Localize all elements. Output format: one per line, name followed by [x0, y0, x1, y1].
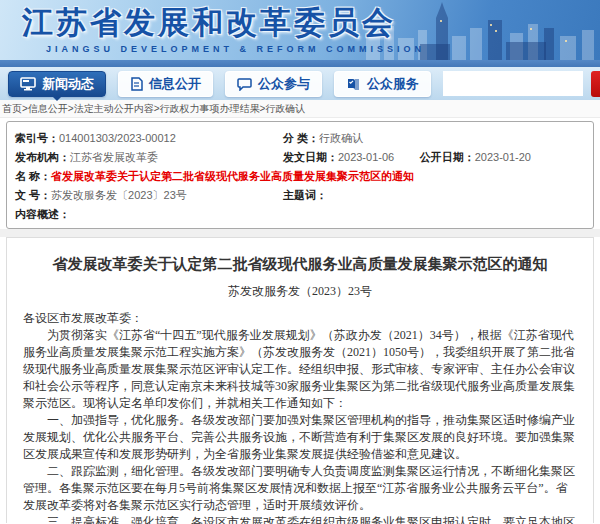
- category-value: 行政确认: [319, 129, 363, 148]
- index-number-value: 014001303/2023-00012: [59, 129, 176, 148]
- article-title: 省发展改革委关于认定第二批省级现代服务业高质量发展集聚示范区的通知: [23, 255, 577, 274]
- document-name-label: 名 称：: [15, 167, 51, 186]
- nav-item-public-participation[interactable]: 公众参与: [225, 71, 322, 97]
- search-area: 检索: [443, 71, 600, 97]
- nav-item-label: 新闻动态: [42, 75, 94, 93]
- document-number-label: 文 号：: [15, 186, 51, 205]
- metadata-row: 文 号：苏发改服务发〔2023〕23号 主题词：: [15, 186, 585, 205]
- search-button[interactable]: 检索: [591, 71, 600, 97]
- nav-item-label: 信息公开: [149, 75, 201, 93]
- public-date-label: 公开日期：: [420, 148, 475, 167]
- book-icon: [346, 77, 361, 91]
- site-banner: 江苏省发展和改革委员会 JIANGSU DEVELOPMENT & REFORM…: [0, 0, 600, 60]
- article-salutation: 各设区市发展改革委：: [23, 310, 577, 327]
- nav-item-info-disclosure[interactable]: 信息公开: [118, 71, 213, 97]
- document-name-value: 省发展改革委关于认定第二批省级现代服务业高质量发展集聚示范区的通知: [51, 167, 414, 186]
- article-content: 省发展改革委关于认定第二批省级现代服务业高质量发展集聚示范区的通知 苏发改服务发…: [6, 237, 594, 523]
- monitor-news-icon: [20, 77, 36, 91]
- issuing-agency-value: 江苏省发展改革委: [70, 148, 158, 167]
- article-paragraph: 三、提高标准，强化培育。各设区市发展改革委在组织市级服务业集聚区申报认定时，要立…: [23, 514, 577, 524]
- category-label: 分 类：: [283, 129, 319, 148]
- article-paragraph: 为贯彻落实《江苏省“十四五”现代服务业发展规划》（苏政办发（2021）34号），…: [23, 327, 577, 412]
- chat-bubble-icon: [237, 77, 252, 91]
- issue-date-label: 发文日期：: [283, 148, 338, 167]
- document-number-value: 苏发改服务发〔2023〕23号: [51, 186, 187, 205]
- content-summary-label: 内容概述：: [15, 205, 70, 224]
- document-icon: [130, 77, 143, 91]
- nav-item-label: 公众服务: [367, 75, 419, 93]
- site-title-english: JIANGSU DEVELOPMENT & REFORM COMMISSION: [46, 44, 425, 54]
- article-doc-number: 苏发改服务发（2023）23号: [23, 283, 577, 300]
- search-input[interactable]: [443, 71, 583, 96]
- nav-item-news[interactable]: 新闻动态: [8, 71, 106, 97]
- metadata-row: 内容概述：: [15, 205, 585, 224]
- nav-item-public-services[interactable]: 公众服务: [334, 71, 431, 97]
- issuing-agency-label: 发布机构：: [15, 148, 70, 167]
- article-paragraph: 二、跟踪监测，细化管理。各级发改部门要明确专人负责调度监测集聚区运行情况，不断细…: [23, 463, 577, 514]
- site-title: 江苏省发展和改革委员会: [22, 2, 396, 44]
- public-date-value: 2023-01-20: [475, 148, 531, 167]
- index-number-label: 索引号：: [15, 129, 59, 148]
- nav-item-label: 公众参与: [258, 75, 310, 93]
- metadata-row: 发布机构：江苏省发展改革委 发文日期：2023-01-06 公开日期：2023-…: [15, 148, 585, 167]
- breadcrumb[interactable]: 首页>信息公开>法定主动公开内容>行政权力事项办理结果>行政确认: [0, 100, 600, 118]
- metadata-row: 名 称：省发展改革委关于认定第二批省级现代服务业高质量发展集聚示范区的通知: [15, 167, 585, 186]
- issue-date-value: 2023-01-06: [338, 148, 394, 167]
- document-metadata-table: 索引号：014001303/2023-00012 分 类：行政确认 发布机构：江…: [6, 121, 594, 229]
- article-body: 各设区市发展改革委： 为贯彻落实《江苏省“十四五”现代服务业发展规划》（苏政办发…: [23, 310, 577, 524]
- banner-divider-band: [0, 60, 600, 67]
- main-navigation: 新闻动态 信息公开 公众参与 公众服务 检索: [0, 67, 600, 100]
- section-gap: [0, 229, 600, 237]
- keywords-label: 主题词：: [283, 186, 327, 205]
- metadata-row: 索引号：014001303/2023-00012 分 类：行政确认: [15, 129, 585, 148]
- article-paragraph: 一、加强指导，优化服务。各级发改部门要加强对集聚区管理机构的指导，推动集聚区适时…: [23, 412, 577, 463]
